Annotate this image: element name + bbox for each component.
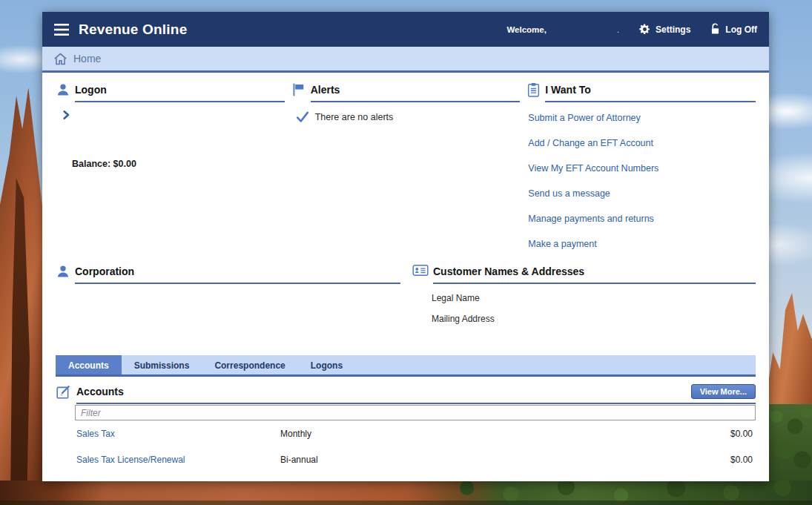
link-make-a-payment[interactable]: Make a payment bbox=[528, 239, 756, 249]
alerts-panel: Alerts There are no alerts bbox=[291, 83, 521, 265]
account-frequency: Monthly bbox=[280, 429, 730, 439]
bottom-tree-shadow bbox=[0, 501, 812, 505]
header-left: Revenue Online bbox=[54, 22, 187, 38]
account-balance: $0.00 bbox=[730, 455, 756, 465]
tab-correspondence[interactable]: Correspondence bbox=[202, 355, 297, 374]
top-panel-row: Logon Balance: $0.00 bbox=[56, 83, 756, 265]
customer-items: Legal Name Mailing Address bbox=[432, 293, 756, 324]
app-title: Revenue Online bbox=[79, 22, 187, 38]
checkmark-icon bbox=[296, 111, 309, 122]
breadcrumb-home[interactable]: Home bbox=[73, 53, 101, 65]
tab-submissions[interactable]: Submissions bbox=[122, 355, 202, 374]
corporation-title: Corporation bbox=[75, 265, 400, 284]
corporation-header: Corporation bbox=[56, 265, 400, 284]
corporation-panel: Corporation bbox=[56, 265, 400, 355]
balance-text: Balance: $0.00 bbox=[72, 159, 285, 169]
account-row: Sales Tax Monthly $0.00 bbox=[75, 420, 756, 446]
breadcrumb-bar: Home bbox=[42, 47, 769, 73]
person-icon bbox=[56, 264, 70, 279]
i-want-to-title: I Want To bbox=[545, 83, 756, 102]
account-balance: $0.00 bbox=[730, 429, 756, 439]
unlocked-padlock-icon bbox=[710, 23, 721, 36]
customer-names-addresses-panel: Customer Names & Addresses Legal Name Ma… bbox=[412, 265, 756, 355]
person-icon bbox=[56, 82, 70, 97]
customer-title: Customer Names & Addresses bbox=[433, 265, 756, 284]
account-frequency: Bi-annual bbox=[280, 455, 730, 465]
accounts-header-inner: Accounts View More... bbox=[76, 384, 756, 404]
clipboard-icon bbox=[527, 82, 541, 98]
link-add-change-eft-account[interactable]: Add / Change an EFT Account bbox=[528, 138, 756, 148]
mailing-address-item: Mailing Address bbox=[432, 314, 756, 324]
tab-bar: Accounts Submissions Correspondence Logo… bbox=[56, 355, 756, 377]
customer-header: Customer Names & Addresses bbox=[412, 265, 756, 284]
edit-square-icon bbox=[56, 384, 71, 400]
alerts-title: Alerts bbox=[311, 83, 521, 102]
link-send-us-a-message[interactable]: Send us a message bbox=[528, 188, 756, 199]
legal-name-item: Legal Name bbox=[432, 293, 756, 303]
logoff-button[interactable]: Log Off bbox=[710, 23, 757, 36]
account-row: Sales Tax License/Renewal Bi-annual $0.0… bbox=[75, 446, 756, 472]
mid-panel-row: Corporation Customer Names & Addresses bbox=[56, 265, 756, 355]
account-link-sales-tax[interactable]: Sales Tax bbox=[76, 429, 280, 439]
chevron-right-icon[interactable] bbox=[61, 110, 285, 120]
accounts-panel: Accounts View More... Sales Tax Monthly … bbox=[56, 377, 756, 472]
accounts-title: Accounts bbox=[76, 384, 124, 397]
no-alerts-row: There are no alerts bbox=[296, 111, 521, 122]
welcome-suffix: . bbox=[617, 25, 619, 34]
menu-icon[interactable] bbox=[54, 24, 69, 36]
no-alerts-text: There are no alerts bbox=[315, 112, 394, 122]
tab-accounts[interactable]: Accounts bbox=[56, 355, 122, 374]
link-manage-payments-returns[interactable]: Manage payments and returns bbox=[528, 214, 756, 224]
alerts-header: Alerts bbox=[291, 83, 521, 102]
welcome-text: Welcome, bbox=[506, 25, 546, 34]
revenue-online-window: Revenue Online Welcome, . Settings bbox=[42, 12, 769, 481]
header-right: Welcome, . Settings Log Off bbox=[506, 23, 757, 36]
logon-header: Logon bbox=[56, 83, 285, 102]
id-card-icon bbox=[412, 264, 429, 277]
link-submit-power-of-attorney[interactable]: Submit a Power of Attorney bbox=[528, 113, 756, 123]
gear-icon bbox=[638, 23, 651, 36]
logon-title: Logon bbox=[75, 83, 285, 102]
i-want-to-header: I Want To bbox=[527, 83, 756, 102]
filter-input[interactable] bbox=[75, 405, 756, 420]
tab-logons[interactable]: Logons bbox=[298, 355, 355, 374]
link-view-eft-account-numbers[interactable]: View My EFT Account Numbers bbox=[528, 163, 756, 174]
settings-label: Settings bbox=[656, 24, 690, 35]
main-content: Logon Balance: $0.00 bbox=[42, 73, 769, 472]
logoff-label: Log Off bbox=[725, 24, 757, 35]
top-header: Revenue Online Welcome, . Settings bbox=[42, 12, 769, 47]
i-want-to-links: Submit a Power of Attorney Add / Change … bbox=[528, 113, 756, 249]
account-link-sales-tax-license-renewal[interactable]: Sales Tax License/Renewal bbox=[76, 455, 280, 465]
logon-expand-row bbox=[61, 110, 285, 120]
flag-icon bbox=[291, 82, 306, 97]
accounts-header: Accounts View More... bbox=[56, 384, 756, 404]
i-want-to-panel: I Want To Submit a Power of Attorney Add… bbox=[527, 83, 756, 265]
logon-panel: Logon Balance: $0.00 bbox=[56, 83, 285, 265]
settings-button[interactable]: Settings bbox=[638, 23, 690, 36]
home-icon[interactable] bbox=[53, 53, 67, 65]
view-more-button[interactable]: View More... bbox=[691, 384, 756, 399]
